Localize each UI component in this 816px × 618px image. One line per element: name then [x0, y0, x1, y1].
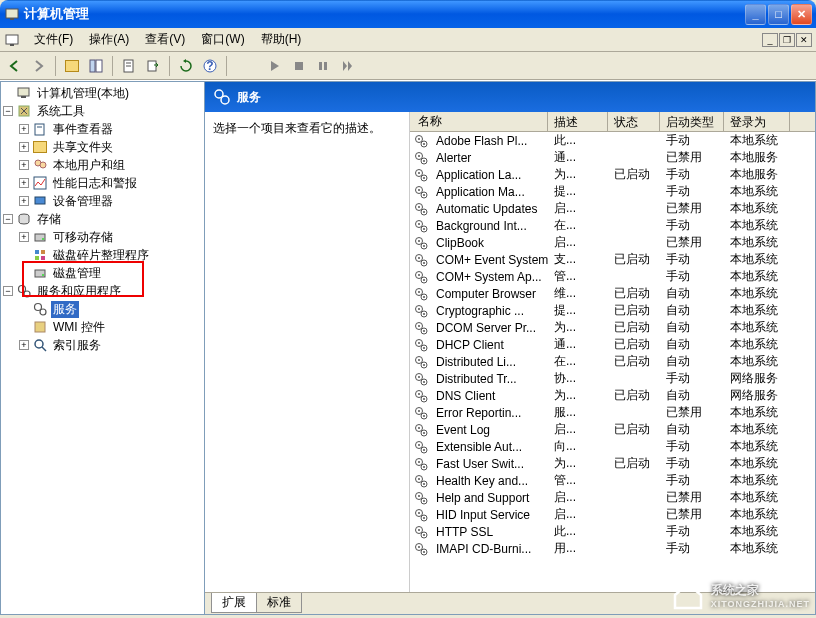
forward-button[interactable] [28, 55, 50, 77]
tree-item[interactable]: 磁盘碎片整理程序 [3, 246, 202, 264]
service-row[interactable]: Health Key and...管...手动本地系统 [410, 472, 815, 489]
service-row[interactable]: Distributed Tr...协...手动网络服务 [410, 370, 815, 387]
mdi-close[interactable]: ✕ [796, 33, 812, 47]
tree-toggle-icon[interactable]: + [19, 160, 29, 170]
svg-point-34 [24, 291, 30, 297]
menu-file[interactable]: 文件(F) [26, 29, 81, 50]
service-row[interactable]: COM+ Event System支...已启动手动本地系统 [410, 251, 815, 268]
cell-state: 已启动 [608, 251, 660, 268]
service-row[interactable]: Background Int...在...手动本地系统 [410, 217, 815, 234]
cell-name: Help and Support [430, 491, 548, 505]
service-row[interactable]: Error Reportin...服...已禁用本地系统 [410, 404, 815, 421]
up-button[interactable] [61, 55, 83, 77]
tree-item[interactable]: +可移动存储 [3, 228, 202, 246]
col-logon[interactable]: 登录为 [724, 112, 790, 131]
service-row[interactable]: Application La...为...已启动手动本地服务 [410, 166, 815, 183]
cell-logon: 本地系统 [724, 132, 790, 149]
tab-extended[interactable]: 扩展 [211, 593, 257, 613]
mdi-minimize[interactable]: _ [762, 33, 778, 47]
tree-toggle-icon[interactable]: − [3, 106, 13, 116]
tree-item[interactable]: +设备管理器 [3, 192, 202, 210]
service-row[interactable]: COM+ System Ap...管...手动本地系统 [410, 268, 815, 285]
svg-rect-30 [41, 256, 45, 260]
service-row[interactable]: Distributed Li...在...已启动自动本地系统 [410, 353, 815, 370]
tab-standard[interactable]: 标准 [256, 593, 302, 613]
service-row[interactable]: Fast User Swit...为...已启动手动本地系统 [410, 455, 815, 472]
tree-label: 索引服务 [51, 337, 103, 354]
service-row[interactable]: HTTP SSL此...手动本地系统 [410, 523, 815, 540]
cell-logon: 本地系统 [724, 438, 790, 455]
service-row[interactable]: Extensible Aut...向...手动本地系统 [410, 438, 815, 455]
mdi-restore[interactable]: ❐ [779, 33, 795, 47]
tree-item[interactable]: +性能日志和警报 [3, 174, 202, 192]
service-row[interactable]: Application Ma...提...手动本地系统 [410, 183, 815, 200]
service-row[interactable]: IMAPI CD-Burni...用...手动本地系统 [410, 540, 815, 557]
service-row[interactable]: Cryptographic ...提...已启动自动本地系统 [410, 302, 815, 319]
service-icon [414, 270, 428, 284]
maximize-button[interactable]: □ [768, 4, 789, 25]
tree-toggle-icon[interactable]: − [3, 214, 13, 224]
col-start[interactable]: 启动类型 [660, 112, 724, 131]
service-icon [414, 253, 428, 267]
service-row[interactable]: DNS Client为...已启动自动网络服务 [410, 387, 815, 404]
menu-view[interactable]: 查看(V) [137, 29, 193, 50]
services-icon [213, 88, 231, 106]
tree-item[interactable]: 计算机管理(本地) [3, 84, 202, 102]
service-row[interactable]: Automatic Updates启...已禁用本地系统 [410, 200, 815, 217]
tree-toggle-icon[interactable]: + [19, 232, 29, 242]
cell-name: Adobe Flash Pl... [430, 134, 548, 148]
properties-button[interactable] [118, 55, 140, 77]
service-row[interactable]: Adobe Flash Pl...此...手动本地系统 [410, 132, 815, 149]
tree-item[interactable]: −存储 [3, 210, 202, 228]
tree-toggle-icon[interactable]: + [19, 142, 29, 152]
tree-item[interactable]: +共享文件夹 [3, 138, 202, 156]
col-state[interactable]: 状态 [608, 112, 660, 131]
tree-item[interactable]: +事件查看器 [3, 120, 202, 138]
stop-service-button[interactable] [288, 55, 310, 77]
service-row[interactable]: DHCP Client通...已启动自动本地系统 [410, 336, 815, 353]
service-row[interactable]: Help and Support启...已禁用本地系统 [410, 489, 815, 506]
svg-rect-14 [324, 62, 327, 70]
service-row[interactable]: DCOM Server Pr...为...已启动自动本地系统 [410, 319, 815, 336]
service-row[interactable]: ClipBook启...已禁用本地系统 [410, 234, 815, 251]
restart-service-button[interactable] [336, 55, 358, 77]
tree-toggle-icon[interactable]: + [19, 178, 29, 188]
cell-desc: 向... [548, 438, 608, 455]
list-body[interactable]: Adobe Flash Pl...此...手动本地系统Alerter通...已禁… [410, 132, 815, 592]
help-button[interactable]: ? [199, 55, 221, 77]
tree-toggle-icon[interactable]: + [19, 124, 29, 134]
cell-start: 手动 [660, 251, 724, 268]
service-row[interactable]: Event Log启...已启动自动本地系统 [410, 421, 815, 438]
col-name[interactable]: 名称 [410, 112, 548, 131]
cell-name: Extensible Aut... [430, 440, 548, 454]
back-button[interactable] [4, 55, 26, 77]
service-row[interactable]: Alerter通...已禁用本地服务 [410, 149, 815, 166]
cell-start: 自动 [660, 285, 724, 302]
tree-item[interactable]: +本地用户和组 [3, 156, 202, 174]
export-button[interactable] [142, 55, 164, 77]
col-desc[interactable]: 描述 [548, 112, 608, 131]
tree-toggle-icon[interactable]: + [19, 340, 29, 350]
pause-service-button[interactable] [312, 55, 334, 77]
refresh-button[interactable] [175, 55, 197, 77]
menu-action[interactable]: 操作(A) [81, 29, 137, 50]
tree-pane[interactable]: 计算机管理(本地)−系统工具+事件查看器+共享文件夹+本地用户和组+性能日志和警… [0, 81, 205, 615]
minimize-button[interactable]: _ [745, 4, 766, 25]
close-button[interactable]: ✕ [791, 4, 812, 25]
start-service-button[interactable] [264, 55, 286, 77]
service-row[interactable]: HID Input Service启...已禁用本地系统 [410, 506, 815, 523]
tree-toggle-icon[interactable]: − [3, 286, 13, 296]
menu-window[interactable]: 窗口(W) [193, 29, 252, 50]
menu-help[interactable]: 帮助(H) [253, 29, 310, 50]
tree-toggle-icon[interactable]: + [19, 196, 29, 206]
cell-name: Computer Browser [430, 287, 548, 301]
cell-start: 已禁用 [660, 149, 724, 166]
tree-item[interactable]: 磁盘管理 [3, 264, 202, 282]
tree-item[interactable]: +索引服务 [3, 336, 202, 354]
tree-item[interactable]: −系统工具 [3, 102, 202, 120]
tree-item[interactable]: WMI 控件 [3, 318, 202, 336]
tree-item[interactable]: −服务和应用程序 [3, 282, 202, 300]
show-hide-tree-button[interactable] [85, 55, 107, 77]
tree-item[interactable]: 服务 [3, 300, 202, 318]
service-row[interactable]: Computer Browser维...已启动自动本地系统 [410, 285, 815, 302]
